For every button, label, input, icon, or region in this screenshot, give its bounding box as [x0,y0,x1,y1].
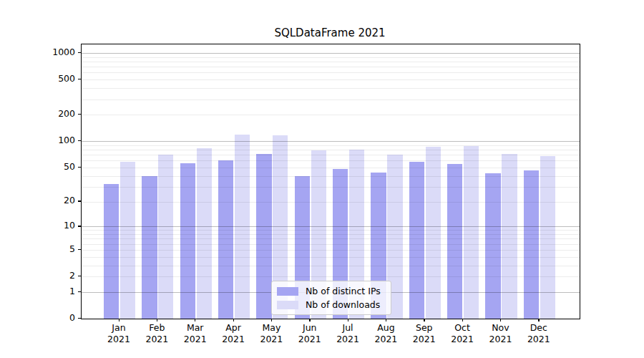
y-tick-mark [78,318,81,319]
grid-line-minor [82,88,580,89]
y-tick-label: 0 [32,312,75,324]
grid-line-minor [82,266,580,266]
y-tick-mark [78,167,81,168]
y-tick-label: 2 [32,270,75,281]
grid-line-minor [82,202,580,203]
grid-line-minor [82,230,580,231]
grid-line-minor [82,160,580,161]
legend-label-distinct-ips: Nb of distinct IPs [306,286,381,296]
grid-line-minor [82,250,580,251]
y-tick-label: 1 [32,286,75,297]
legend-swatch-downloads [277,301,298,309]
grid-line-minor [82,62,580,62]
x-tick-mark [424,319,424,321]
x-tick-mark [309,319,310,321]
grid-line-minor [82,238,580,239]
y-tick-label: 5 [32,243,75,255]
grid-line-minor [82,244,580,245]
y-tick-label: 200 [32,108,75,120]
x-tick-year: 2021 [516,334,562,345]
y-tick-mark [78,226,81,226]
chart-title: SQLDataFrame 2021 [81,26,579,39]
grid-line-minor [82,276,580,277]
y-tick-label: 20 [32,195,75,206]
x-tick-mark [500,319,501,321]
x-tick-mark [271,319,272,321]
grid-line-minor [82,168,580,168]
x-tick-mark [157,319,157,321]
grid-line-major [82,141,580,142]
x-tick-mark [538,319,539,321]
grid-line-minor [82,155,580,155]
grid-line-minor [82,176,580,177]
grid-line-minor [82,187,580,188]
y-tick-mark [78,140,81,141]
grid-line-minor [82,257,580,258]
y-tick-mark [78,114,81,115]
y-tick-mark [78,291,81,292]
x-tick-mark [462,319,463,321]
legend-swatch-distinct-ips [277,287,298,296]
grid-line-minor [82,150,580,150]
y-tick-label: 100 [32,135,75,146]
x-tick-mark [386,319,386,321]
grid-line-minor [82,67,580,67]
y-tick-label: 50 [32,161,75,173]
y-tick-mark [78,79,81,79]
grid-layer [82,44,580,319]
x-tick-mark [233,319,234,321]
x-tick-label: Dec2021 [516,322,562,344]
y-tick-label: 10 [32,220,75,231]
grid-line-minor [82,115,580,115]
y-tick-mark [78,276,81,276]
y-tick-mark [78,200,81,201]
legend: Nb of distinct IPs Nb of downloads [271,281,391,315]
grid-line-minor [82,234,580,235]
x-tick-mark [119,319,119,321]
figure: SQLDataFrame 2021 Nb of distinct IPs Nb … [0,0,644,358]
plot-area: Nb of distinct IPs Nb of downloads [81,44,580,319]
grid-line-minor [82,100,580,100]
grid-line-minor [82,72,580,73]
y-tick-mark [78,249,81,250]
x-tick-month: Dec [516,322,562,334]
x-tick-mark [195,319,195,321]
legend-item-downloads: Nb of downloads [277,298,391,311]
x-tick-mark [348,319,348,321]
grid-line-major [82,226,580,227]
grid-line-minor [82,79,580,80]
legend-item-distinct-ips: Nb of distinct IPs [277,284,391,298]
grid-line-minor [82,57,580,58]
legend-label-downloads: Nb of downloads [306,299,380,310]
y-tick-mark [78,52,81,53]
y-tick-label: 1000 [32,47,75,58]
grid-line-major [82,53,580,54]
grid-line-minor [82,145,580,146]
y-tick-label: 500 [32,73,75,84]
